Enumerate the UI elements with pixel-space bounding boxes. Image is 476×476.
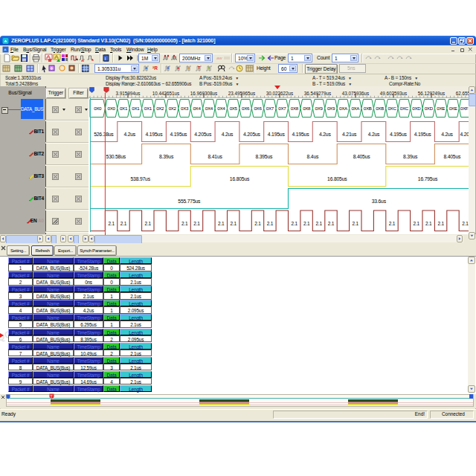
svg-text:0X7: 0X7 — [266, 106, 274, 111]
svg-text:0X1: 0X1 — [144, 106, 152, 111]
svg-text:4.195us: 4.195us — [292, 132, 310, 137]
svg-text:2.1: 2.1 — [315, 221, 322, 226]
svg-text:0XB: 0XB — [364, 106, 372, 111]
svg-text:538.97us: 538.97us — [131, 176, 151, 181]
svg-text:0X0: 0X0 — [94, 106, 102, 111]
svg-text:8.405us: 8.405us — [353, 154, 371, 159]
svg-text:4.195us: 4.195us — [414, 132, 432, 137]
svg-text:8.41us: 8.41us — [208, 154, 222, 159]
svg-text:526.38us: 526.38us — [94, 132, 114, 137]
svg-text:0XC: 0XC — [387, 106, 396, 111]
svg-text:2.1: 2.1 — [328, 221, 335, 226]
svg-text:4.2us: 4.2us — [368, 132, 380, 137]
svg-text:4.195us: 4.195us — [146, 132, 164, 137]
svg-text:0X4: 0X4 — [193, 106, 201, 111]
svg-text:555.775us: 555.775us — [178, 199, 201, 204]
svg-text:4.195us: 4.195us — [170, 132, 188, 137]
svg-text:0XA: 0XA — [351, 106, 360, 111]
svg-text:t: t — [208, 65, 210, 70]
svg-text:2.1: 2.1 — [462, 221, 469, 226]
svg-text:2.1: 2.1 — [292, 221, 298, 226]
svg-text:T: T — [51, 394, 53, 399]
svg-text:2.1: 2.1 — [425, 221, 432, 226]
svg-text:2.1: 2.1 — [254, 221, 261, 226]
svg-text:4.2us: 4.2us — [123, 132, 135, 137]
svg-text:530.58us: 530.58us — [106, 154, 126, 159]
svg-text:0X6: 0X6 — [242, 106, 250, 111]
svg-text:2.1: 2.1 — [303, 221, 310, 226]
svg-text:0X3: 0X3 — [181, 106, 189, 111]
svg-text:4.205us: 4.205us — [243, 132, 261, 137]
svg-text:2.1: 2.1 — [437, 221, 444, 226]
svg-text:62.655906us: 62.655906us — [456, 91, 469, 96]
svg-text:aw: aw — [216, 56, 222, 60]
svg-text:2.1: 2.1 — [120, 221, 127, 226]
svg-text:0X1: 0X1 — [120, 106, 128, 111]
svg-text:0X4: 0X4 — [217, 106, 225, 111]
svg-text:2.1: 2.1 — [145, 221, 152, 226]
svg-text:2.1: 2.1 — [181, 221, 188, 226]
svg-text:4.205us: 4.205us — [194, 132, 212, 137]
svg-text:2.1: 2.1 — [414, 221, 420, 226]
svg-text:0X8: 0X8 — [303, 106, 311, 111]
svg-text:0X9: 0X9 — [315, 106, 324, 111]
svg-text:16.805us: 16.805us — [327, 176, 347, 181]
svg-text:0X2: 0X2 — [169, 106, 177, 111]
svg-text:8.39us: 8.39us — [159, 154, 174, 159]
svg-text:0XA: 0XA — [339, 106, 348, 111]
svg-text:2.1: 2.1 — [193, 221, 200, 226]
svg-text:0XE: 0XE — [449, 106, 457, 111]
svg-text:8.395us: 8.395us — [255, 154, 273, 159]
svg-text:d: d — [167, 65, 169, 70]
svg-text:0XC: 0XC — [400, 106, 409, 111]
svg-text:4.2us: 4.2us — [441, 132, 453, 137]
svg-text:0X7: 0X7 — [278, 106, 286, 111]
svg-text:2.1: 2.1 — [389, 221, 396, 226]
svg-text:2.1: 2.1 — [218, 221, 225, 226]
svg-text:33.6us: 33.6us — [372, 199, 387, 204]
svg-text:0X6: 0X6 — [254, 106, 262, 111]
svg-text:2.1: 2.1 — [230, 221, 237, 226]
svg-text:8.39us: 8.39us — [403, 154, 418, 159]
svg-text:²R: ²R — [152, 65, 158, 71]
svg-text:0X4: 0X4 — [205, 106, 213, 111]
svg-text:8.4us: 8.4us — [307, 154, 319, 159]
svg-text:16.795us: 16.795us — [418, 176, 438, 181]
svg-text:0XF: 0XF — [460, 106, 469, 111]
svg-text:16.805us: 16.805us — [230, 176, 250, 181]
svg-text:4.2us: 4.2us — [319, 132, 331, 137]
svg-text:2.1: 2.1 — [353, 221, 359, 226]
svg-text:0X5: 0X5 — [230, 106, 238, 111]
svg-text:0X9: 0X9 — [327, 106, 335, 111]
svg-text:4.195us: 4.195us — [390, 132, 408, 137]
svg-text:0X8: 0X8 — [291, 106, 299, 111]
svg-text:8.405us: 8.405us — [443, 154, 461, 159]
svg-text:0X2: 0X2 — [156, 106, 164, 111]
svg-text:0XD: 0XD — [425, 106, 434, 111]
svg-text:4.195us: 4.195us — [268, 132, 286, 137]
svg-text:0XB: 0XB — [376, 106, 384, 111]
svg-text:2.1: 2.1 — [108, 221, 115, 226]
svg-text:0XE: 0XE — [437, 106, 445, 111]
svg-text:4.2us: 4.2us — [222, 132, 234, 137]
svg-text:4.21us: 4.21us — [342, 132, 357, 137]
svg-text:0XD: 0XD — [412, 106, 421, 111]
svg-text:2.1: 2.1 — [267, 221, 274, 226]
svg-text:0X0: 0X0 — [108, 106, 116, 111]
svg-text:0X1: 0X1 — [132, 106, 140, 111]
